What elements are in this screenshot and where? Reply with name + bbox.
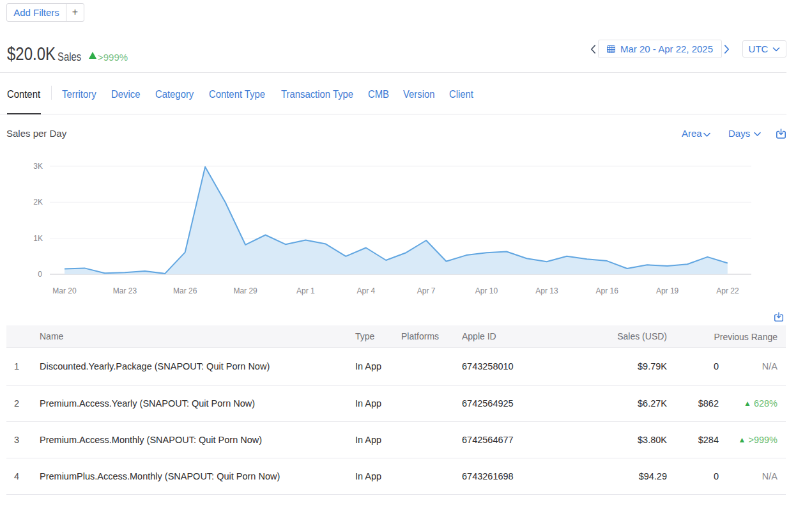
svg-text:Apr 7: Apr 7 xyxy=(417,286,436,295)
svg-text:2K: 2K xyxy=(33,198,43,207)
svg-text:Apr 4: Apr 4 xyxy=(356,286,375,295)
svg-text:Apr 22: Apr 22 xyxy=(716,286,739,295)
svg-text:Mar 23: Mar 23 xyxy=(113,286,137,295)
svg-text:1K: 1K xyxy=(33,234,43,243)
svg-text:Apr 1: Apr 1 xyxy=(296,286,315,295)
svg-text:3K: 3K xyxy=(33,162,43,171)
svg-text:Mar 26: Mar 26 xyxy=(173,286,197,295)
svg-text:Apr 19: Apr 19 xyxy=(656,286,679,295)
svg-text:Mar 20: Mar 20 xyxy=(52,286,77,295)
svg-text:Apr 13: Apr 13 xyxy=(535,286,558,295)
svg-text:Apr 16: Apr 16 xyxy=(596,286,619,295)
svg-text:Mar 29: Mar 29 xyxy=(233,286,257,295)
svg-text:0: 0 xyxy=(38,270,42,279)
svg-text:Apr 10: Apr 10 xyxy=(475,286,498,295)
